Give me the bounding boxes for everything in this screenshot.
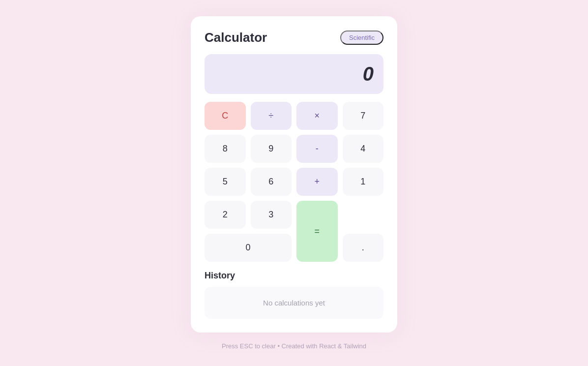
card-header: Calculator Scientific xyxy=(205,30,383,45)
history-empty: No calculations yet xyxy=(205,287,383,319)
two-button[interactable]: 2 xyxy=(205,201,246,229)
page-title: Calculator xyxy=(205,30,267,45)
zero-button[interactable]: 0 xyxy=(205,234,292,262)
history-title: History xyxy=(205,271,383,281)
multiply-button[interactable]: × xyxy=(296,102,338,130)
six-button[interactable]: 6 xyxy=(251,168,292,196)
decimal-button[interactable]: . xyxy=(343,234,384,262)
display-value: 0 xyxy=(363,63,374,85)
equals-button[interactable]: = xyxy=(296,201,338,262)
five-button[interactable]: 5 xyxy=(205,168,246,196)
seven-button[interactable]: 7 xyxy=(343,102,384,130)
footer-text: Press ESC to clear • Created with React … xyxy=(222,342,366,350)
history-section: History No calculations yet xyxy=(205,271,383,319)
calculator-card: Calculator Scientific 0 C ÷ × 7 8 9 - 4 … xyxy=(191,16,397,333)
scientific-button[interactable]: Scientific xyxy=(340,30,383,45)
clear-button[interactable]: C xyxy=(205,102,246,130)
minus-button[interactable]: - xyxy=(296,135,338,163)
one-button[interactable]: 1 xyxy=(343,168,384,196)
buttons-grid: C ÷ × 7 8 9 - 4 5 6 + 1 2 3 = 0 . xyxy=(205,102,383,262)
nine-button[interactable]: 9 xyxy=(251,135,292,163)
divide-button[interactable]: ÷ xyxy=(251,102,292,130)
three-button[interactable]: 3 xyxy=(251,201,292,229)
plus-button[interactable]: + xyxy=(296,168,338,196)
eight-button[interactable]: 8 xyxy=(205,135,246,163)
display-panel: 0 xyxy=(205,54,383,94)
four-button[interactable]: 4 xyxy=(343,135,384,163)
